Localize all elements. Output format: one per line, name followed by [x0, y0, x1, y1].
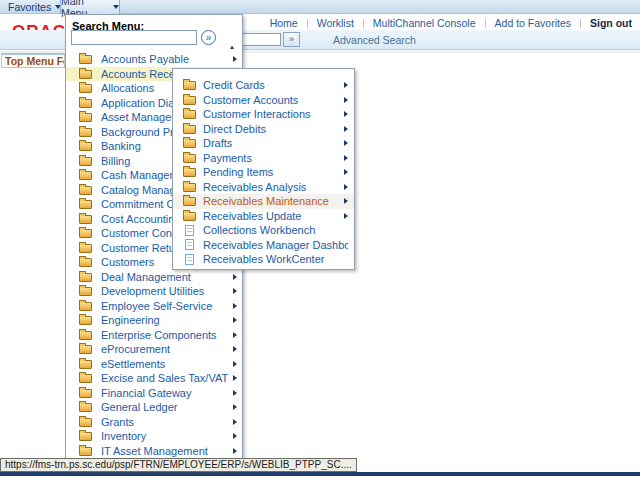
menu-item-label: Deal Management: [101, 271, 229, 283]
folder-icon: [79, 200, 92, 209]
folder-icon: [79, 273, 92, 282]
menu-item-engineering[interactable]: Engineering: [66, 313, 242, 328]
menu-item-label: Receivables Update: [203, 210, 340, 222]
menu-item-label: Customer Interactions: [203, 108, 340, 120]
menu-item-inventory[interactable]: Inventory: [66, 429, 242, 444]
nav-link-add-to-favorites[interactable]: Add to Favorites: [495, 17, 571, 29]
folder-icon: [79, 287, 92, 296]
menu-item-label: eProcurement: [101, 343, 229, 355]
submenu-arrow-icon: [233, 390, 237, 396]
submenu-arrow-icon: [344, 126, 348, 132]
menu-item-deal-management[interactable]: Deal Management: [66, 270, 242, 285]
menu-item-payments[interactable]: Payments: [173, 151, 354, 166]
nav-link-multichannel-console[interactable]: MultiChannel Console: [373, 17, 476, 29]
menu-item-receivables-manager-dashboard[interactable]: Receivables Manager Dashboard: [173, 238, 354, 253]
menu-item-it-asset-management[interactable]: IT Asset Management: [66, 444, 242, 459]
tab-top-menu-features[interactable]: Top Menu Features: [1, 53, 65, 68]
menu-item-label: Receivables WorkCenter: [203, 253, 348, 265]
submenu-arrow-icon: [344, 184, 348, 190]
menu-item-label: Development Utilities: [101, 285, 229, 297]
folder-icon: [79, 229, 92, 238]
accounts-receivable-submenu-panel: Credit CardsCustomer AccountsCustomer In…: [172, 68, 355, 270]
menu-item-eprocurement[interactable]: eProcurement: [66, 342, 242, 357]
header-search-go-button[interactable]: [283, 32, 300, 47]
menu-search-row: [71, 30, 216, 45]
menu-item-financial-gateway[interactable]: Financial Gateway: [66, 386, 242, 401]
menu-item-general-ledger[interactable]: General Ledger: [66, 400, 242, 415]
submenu-arrow-icon: [233, 288, 237, 294]
submenu-arrow-icon: [344, 140, 348, 146]
menu-item-label: Payments: [203, 152, 340, 164]
menu-item-receivables-workcenter[interactable]: Receivables WorkCenter: [173, 252, 354, 267]
menu-item-receivables-update[interactable]: Receivables Update: [173, 209, 354, 224]
menu-item-direct-debits[interactable]: Direct Debits: [173, 122, 354, 137]
folder-icon: [183, 110, 196, 119]
scroll-up-arrow-icon[interactable]: ▲: [229, 44, 235, 50]
folder-icon: [79, 302, 92, 311]
document-icon: [185, 225, 194, 236]
folder-icon: [183, 125, 196, 134]
advanced-search-link[interactable]: Advanced Search: [333, 34, 416, 46]
folder-icon: [79, 258, 92, 267]
folder-icon: [183, 168, 196, 177]
nav-separator: [307, 19, 308, 28]
folder-icon: [79, 244, 92, 253]
folder-icon: [79, 447, 92, 456]
folder-icon: [79, 374, 92, 383]
folder-icon: [79, 70, 92, 79]
menu-item-grants[interactable]: Grants: [66, 415, 242, 430]
menu-item-customer-interactions[interactable]: Customer Interactions: [173, 107, 354, 122]
folder-icon: [79, 432, 92, 441]
submenu-arrow-icon: [233, 419, 237, 425]
submenu-arrow-icon: [344, 198, 348, 204]
menu-item-label: Receivables Maintenance: [203, 195, 340, 207]
folder-icon: [79, 360, 92, 369]
submenu-arrow-icon: [233, 346, 237, 352]
menu-item-receivables-analysis[interactable]: Receivables Analysis: [173, 180, 354, 195]
favorites-label: Favorites: [8, 1, 51, 13]
menu-item-label: Financial Gateway: [101, 387, 229, 399]
menu-item-development-utilities[interactable]: Development Utilities: [66, 284, 242, 299]
top-menu-bar: Favorites Main Menu: [0, 0, 640, 14]
menu-item-pending-items[interactable]: Pending Items: [173, 165, 354, 180]
menu-item-label: Credit Cards: [203, 79, 340, 91]
nav-link-worklist[interactable]: Worklist: [317, 17, 354, 29]
menu-item-label: Accounts Payable: [101, 53, 229, 65]
folder-icon: [79, 316, 92, 325]
menu-item-employee-self-service[interactable]: Employee Self-Service: [66, 299, 242, 314]
menu-search-input[interactable]: [71, 30, 197, 45]
menu-item-label: Drafts: [203, 137, 340, 149]
menu-item-esettlements[interactable]: eSettlements: [66, 357, 242, 372]
sign-out-link[interactable]: Sign out: [590, 17, 632, 29]
folder-icon: [183, 197, 196, 206]
menu-item-label: General Ledger: [101, 401, 229, 413]
menu-search-go-button[interactable]: [201, 30, 216, 45]
folder-icon: [183, 139, 196, 148]
submenu-arrow-icon: [233, 375, 237, 381]
folder-icon: [183, 96, 196, 105]
favorites-menu[interactable]: Favorites: [8, 0, 61, 14]
folder-icon: [183, 183, 196, 192]
submenu-arrow-icon: [233, 274, 237, 280]
submenu-arrow-icon: [344, 169, 348, 175]
submenu-arrow-icon: [233, 404, 237, 410]
nav-link-home[interactable]: Home: [270, 17, 298, 29]
status-bar-url: https://fms-trn.ps.sc.edu/psp/FTRN/EMPLO…: [0, 458, 357, 472]
menu-item-label: IT Asset Management: [101, 445, 229, 457]
menu-item-label: Direct Debits: [203, 123, 340, 135]
nav-separator: [363, 19, 364, 28]
menu-item-credit-cards[interactable]: Credit Cards: [173, 78, 354, 93]
menu-item-receivables-maintenance[interactable]: Receivables Maintenance: [173, 194, 354, 209]
menu-item-accounts-payable[interactable]: Accounts Payable: [66, 52, 242, 67]
submenu-arrow-icon: [344, 82, 348, 88]
menu-item-label: Engineering: [101, 314, 229, 326]
menu-item-label: Pending Items: [203, 166, 340, 178]
menu-item-customer-accounts[interactable]: Customer Accounts: [173, 93, 354, 108]
menu-item-label: Employee Self-Service: [101, 300, 229, 312]
menu-item-drafts[interactable]: Drafts: [173, 136, 354, 151]
menu-item-enterprise-components[interactable]: Enterprise Components: [66, 328, 242, 343]
menu-item-collections-workbench[interactable]: Collections Workbench: [173, 223, 354, 238]
menu-item-excise-and-sales-tax-vat-ind[interactable]: Excise and Sales Tax/VAT IND: [66, 371, 242, 386]
main-menu-tab[interactable]: Main Menu: [60, 0, 120, 14]
menu-item-label: Collections Workbench: [203, 224, 348, 236]
